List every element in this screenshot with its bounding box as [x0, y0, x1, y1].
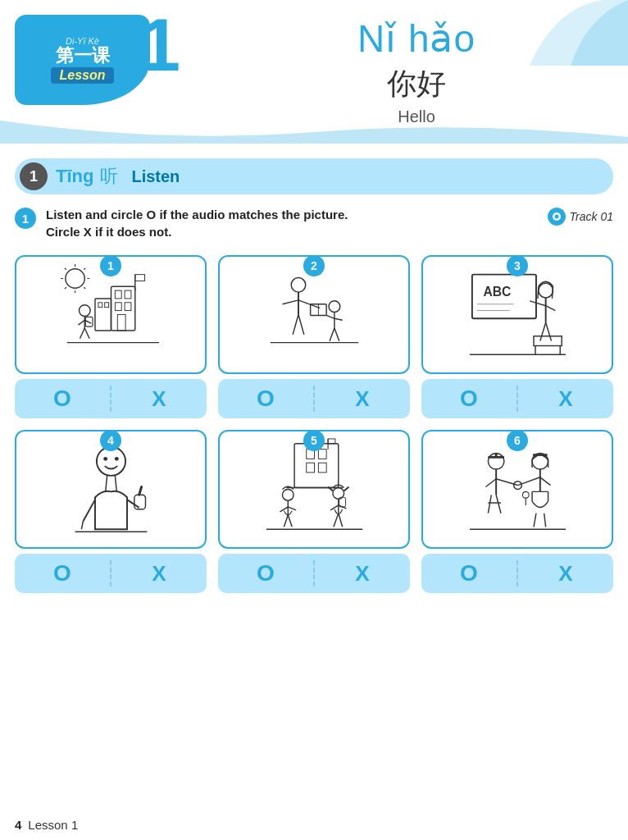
page-number: 4	[15, 818, 21, 832]
section-number-badge: 1	[20, 162, 48, 190]
svg-line-10	[64, 287, 66, 289]
svg-rect-21	[134, 275, 144, 281]
ox-x-1[interactable]: X	[111, 386, 207, 412]
section-pinyin: Tīng	[56, 166, 93, 187]
svg-rect-57	[534, 336, 562, 346]
svg-line-7	[64, 268, 66, 270]
lesson-number: 1	[139, 8, 180, 82]
svg-point-30	[291, 278, 306, 293]
svg-line-28	[84, 328, 89, 339]
svg-rect-76	[318, 463, 326, 472]
svg-line-55	[539, 322, 545, 340]
svg-point-63	[114, 457, 118, 461]
ox-row-1: O X	[15, 379, 207, 418]
svg-line-65	[115, 476, 116, 492]
track-label: Track 01	[570, 210, 613, 223]
svg-rect-79	[328, 439, 335, 444]
exercise-number: 1	[15, 208, 36, 229]
svg-line-89	[344, 487, 348, 491]
svg-rect-74	[318, 450, 326, 459]
chinese-lesson-text: 第一课	[56, 46, 110, 66]
svg-point-120	[522, 491, 529, 498]
svg-rect-13	[125, 290, 131, 299]
picture-cell-4: 4	[15, 430, 207, 593]
wave-divider	[0, 121, 628, 144]
svg-point-2	[65, 269, 84, 288]
svg-line-42	[330, 328, 334, 341]
ox-x-5[interactable]: X	[315, 561, 410, 587]
svg-rect-16	[117, 314, 125, 331]
ox-row-5: O X	[218, 554, 410, 593]
ox-row-2: O X	[218, 379, 410, 418]
title-chinese: 你好	[221, 64, 612, 104]
pic-number-6: 6	[507, 430, 528, 451]
pic-number-5: 5	[303, 430, 325, 451]
svg-rect-12	[115, 290, 121, 299]
svg-line-27	[80, 328, 84, 339]
lesson-label-text: Lesson	[51, 67, 113, 84]
ox-o-4[interactable]: O	[15, 560, 111, 587]
ox-row-4: O X	[15, 554, 207, 593]
ox-row-3: O X	[421, 379, 613, 418]
svg-line-102	[485, 479, 496, 487]
ox-x-2[interactable]: X	[315, 386, 410, 412]
svg-line-86	[284, 515, 288, 527]
svg-line-8	[84, 287, 85, 289]
pictures-grid: 1	[15, 255, 613, 593]
svg-rect-18	[98, 303, 102, 308]
ox-o-5[interactable]: O	[218, 560, 315, 587]
ox-x-3[interactable]: X	[518, 386, 613, 412]
svg-point-61	[96, 447, 125, 476]
svg-line-35	[298, 314, 303, 334]
ox-x-6[interactable]: X	[518, 561, 613, 587]
picture-cell-5: 5	[218, 430, 410, 593]
track-badge[interactable]: Track 01	[548, 208, 613, 226]
picture-box-6: 6	[421, 430, 613, 549]
ox-o-6[interactable]: O	[421, 560, 518, 587]
track-icon	[548, 208, 566, 226]
footer-lesson-label: Lesson 1	[28, 818, 78, 832]
ox-row-6: O X	[421, 554, 613, 593]
ox-x-4[interactable]: X	[111, 561, 207, 587]
svg-point-38	[329, 301, 340, 313]
svg-line-104	[488, 495, 491, 513]
svg-line-70	[139, 487, 141, 495]
ox-o-2[interactable]: O	[218, 386, 315, 412]
picture-box-3: 3 ABC	[421, 255, 613, 374]
svg-line-87	[288, 515, 292, 527]
svg-line-64	[105, 476, 107, 492]
svg-line-117	[534, 514, 536, 527]
svg-line-85	[288, 507, 296, 510]
svg-rect-75	[306, 463, 314, 472]
svg-rect-14	[115, 303, 121, 311]
svg-line-50	[537, 286, 538, 299]
svg-line-34	[293, 314, 298, 334]
svg-line-118	[544, 514, 545, 527]
svg-line-25	[78, 320, 84, 325]
ox-o-3[interactable]: O	[421, 386, 518, 412]
svg-line-43	[334, 328, 339, 341]
footer: 4 Lesson 1	[15, 818, 78, 832]
section-english: Listen	[131, 167, 180, 186]
picture-box-4: 4	[15, 430, 207, 549]
svg-line-113	[539, 477, 550, 486]
svg-line-66	[83, 500, 95, 521]
ox-o-1[interactable]: O	[15, 386, 111, 412]
pic-number-2: 2	[303, 255, 325, 276]
svg-point-62	[103, 457, 107, 461]
svg-text:ABC: ABC	[483, 285, 511, 299]
picture-cell-2: 2	[218, 255, 410, 418]
svg-line-54	[545, 306, 555, 311]
picture-box-2: 2	[218, 255, 410, 374]
picture-cell-1: 1	[15, 255, 207, 418]
svg-line-51	[552, 286, 553, 299]
svg-line-105	[496, 495, 501, 513]
exercise-instruction: Listen and circle O if the audio matches…	[46, 206, 538, 240]
page-header: Di-Yī Kè 第一课 Lesson 1 Nǐ hǎo 你好 Hello	[0, 0, 628, 144]
pic-number-3: 3	[507, 255, 528, 276]
svg-line-53	[530, 301, 546, 306]
svg-point-82	[282, 489, 294, 500]
svg-rect-69	[134, 495, 145, 509]
svg-point-119	[513, 482, 521, 490]
lesson-badge: Di-Yī Kè 第一课 Lesson	[15, 15, 150, 105]
